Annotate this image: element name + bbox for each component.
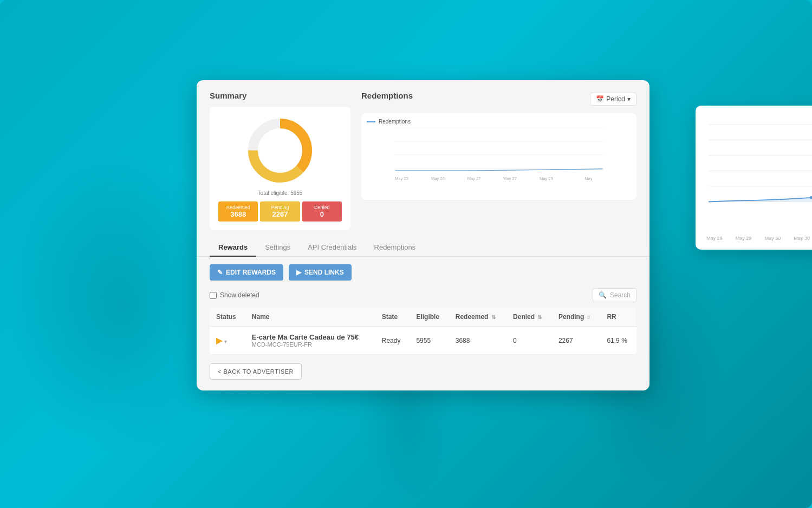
show-deleted-checkbox[interactable] <box>210 292 217 299</box>
denied-sort-icon: ⇅ <box>537 314 542 320</box>
col-status: Status <box>210 308 245 327</box>
main-card: Summary Total eligible: 5955 Redeem <box>197 80 649 390</box>
svg-text:May 26: May 26 <box>431 176 445 181</box>
play-icon[interactable]: ▶ <box>216 336 223 345</box>
search-placeholder: Search <box>610 291 631 299</box>
redemptions-header: Redemptions 📅 Period ▾ <box>361 91 636 107</box>
svg-text:May 28: May 28 <box>540 176 553 181</box>
x-label-3: May 30 <box>794 236 810 241</box>
col-eligible: Eligible <box>410 308 449 327</box>
popup-x-labels: May 29 May 29 May 30 May 30 May 31 May 3… <box>704 236 812 241</box>
legend-denied: Denied 0 <box>302 201 342 222</box>
rewards-table: Status Name State Eligible Redeemed ⇅ De… <box>210 308 636 355</box>
legend-line-dot <box>367 121 375 122</box>
redemptions-chart-svg: May 25 May 26 May 27 May 27 May 28 May <box>367 128 631 182</box>
x-label-1: May 29 <box>736 236 752 241</box>
col-denied: Denied ⇅ <box>506 308 552 327</box>
cell-denied: 0 <box>506 327 552 355</box>
footer-row: < BACK TO ADVERTISER <box>197 355 649 390</box>
svg-text:May 27: May 27 <box>467 176 481 181</box>
cell-state: Ready <box>375 327 410 355</box>
svg-text:May: May <box>584 176 592 181</box>
donut-container: Total eligible: 5955 Redeemed 3688 Pendi… <box>210 107 350 230</box>
cell-status: ▶ ▾ <box>210 327 245 355</box>
redemptions-title: Redemptions <box>361 91 413 100</box>
chart-legend-label: Redemptions <box>379 119 411 125</box>
cell-eligible: 5955 <box>410 327 449 355</box>
svg-marker-19 <box>709 120 812 202</box>
redeemed-sort-icon: ⇅ <box>491 314 496 320</box>
tabs-row: Rewards Settings API Credentials Redempt… <box>197 230 649 257</box>
send-links-label: SEND LINKS <box>304 269 344 276</box>
send-links-button[interactable]: ▶ SEND LINKS <box>289 264 352 281</box>
col-pending: Pending ≡ <box>552 308 601 327</box>
cell-redeemed: 3688 <box>449 327 506 355</box>
table-header-row: Status Name State Eligible Redeemed ⇅ De… <box>210 308 636 327</box>
donut-svg <box>245 115 315 186</box>
edit-rewards-label: EDIT REWARDS <box>226 269 276 276</box>
col-redeemed: Redeemed ⇅ <box>449 308 506 327</box>
svg-text:May 27: May 27 <box>503 176 517 181</box>
col-rr: RR <box>600 308 636 327</box>
table-container: Status Name State Eligible Redeemed ⇅ De… <box>197 308 649 355</box>
denied-value: 0 <box>304 210 340 218</box>
period-button[interactable]: 📅 Period ▾ <box>590 93 636 106</box>
top-section: Summary Total eligible: 5955 Redeem <box>197 80 649 230</box>
period-label: Period <box>606 95 625 103</box>
search-icon: 🔍 <box>599 291 607 299</box>
pending-value: 2267 <box>262 210 297 218</box>
redemptions-panel: Redemptions 📅 Period ▾ Redemptions <box>361 91 636 230</box>
show-deleted-label[interactable]: Show deleted <box>210 291 259 299</box>
donut-chart <box>245 115 315 186</box>
tab-redemptions[interactable]: Redemptions <box>366 239 425 257</box>
send-icon: ▶ <box>296 269 301 276</box>
actions-row: ✎ EDIT REWARDS ▶ SEND LINKS <box>197 257 649 288</box>
dropdown-icon[interactable]: ▾ <box>224 338 227 344</box>
show-deleted-text: Show deleted <box>220 291 259 299</box>
legend-redeemed: Redeemed 3688 <box>218 201 258 222</box>
chart-popup: May 29 May 29 May 30 May 30 May 31 May 3… <box>696 106 812 250</box>
table-row: ▶ ▾ E-carte Ma Carte Cadeau de 75€ MCD-M… <box>210 327 636 355</box>
tab-rewards[interactable]: Rewards <box>210 239 256 257</box>
back-to-advertiser-button[interactable]: < BACK TO ADVERTISER <box>210 363 302 380</box>
chart-legend: Redemptions <box>367 119 631 125</box>
cell-name: E-carte Ma Carte Cadeau de 75€ MCD-MCC-7… <box>245 327 375 355</box>
svg-text:May 25: May 25 <box>395 176 408 181</box>
denied-label: Denied <box>304 205 340 210</box>
donut-total-label: Total eligible: 5955 <box>258 190 303 196</box>
summary-panel: Summary Total eligible: 5955 Redeem <box>210 91 350 230</box>
calendar-icon: 📅 <box>596 95 604 103</box>
edit-icon: ✎ <box>217 269 223 276</box>
chevron-down-icon: ▾ <box>627 95 631 103</box>
summary-title: Summary <box>210 91 350 100</box>
legend-pending: Pending 2267 <box>260 201 300 222</box>
col-name: Name <box>245 308 375 327</box>
popup-chart-svg <box>704 114 812 217</box>
x-label-0: May 29 <box>706 236 723 241</box>
redemptions-chart-area: Redemptions May 25 May 26 May 27 May 27 … <box>361 113 636 200</box>
tab-settings[interactable]: Settings <box>256 239 299 257</box>
search-box: 🔍 Search <box>593 288 636 302</box>
legend-bars: Redeemed 3688 Pending 2267 Denied 0 <box>218 201 342 222</box>
col-state: State <box>375 308 410 327</box>
edit-rewards-button[interactable]: ✎ EDIT REWARDS <box>210 264 283 281</box>
pending-label: Pending <box>262 205 297 210</box>
tab-api-credentials[interactable]: API Credentials <box>299 239 365 257</box>
reward-code: MCD-MCC-75EUR-FR <box>252 341 369 348</box>
pending-sort-icon: ≡ <box>587 314 590 320</box>
popup-chart-area <box>704 114 812 233</box>
redeemed-label: Redeemed <box>220 205 256 210</box>
cell-rr: 61.9 % <box>600 327 636 355</box>
x-label-2: May 30 <box>765 236 781 241</box>
filter-row: Show deleted 🔍 Search <box>197 288 649 308</box>
redeemed-value: 3688 <box>220 210 256 218</box>
reward-name: E-carte Ma Carte Cadeau de 75€ <box>252 333 369 341</box>
cell-pending: 2267 <box>552 327 601 355</box>
